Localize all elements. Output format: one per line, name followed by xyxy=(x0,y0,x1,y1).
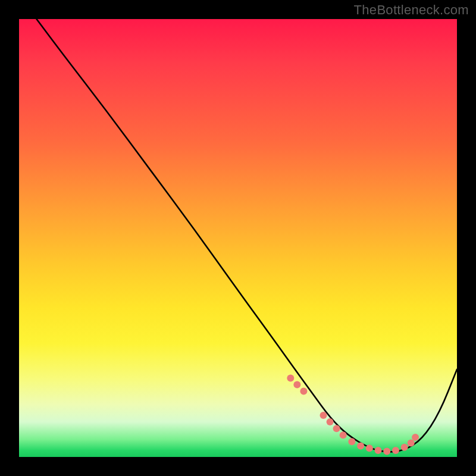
marker-dot xyxy=(366,444,373,452)
watermark-label: TheBottleneck.com xyxy=(354,2,469,18)
plot-area xyxy=(19,19,457,457)
marker-dot xyxy=(401,444,408,451)
marker-dot xyxy=(383,447,390,455)
chart-frame: TheBottleneck.com xyxy=(0,0,476,476)
marker-dot xyxy=(293,381,300,389)
marker-dot xyxy=(340,431,347,439)
marker-dot xyxy=(287,375,294,382)
marker-dot xyxy=(392,447,399,454)
marker-dot xyxy=(375,447,382,454)
bottleneck-curve xyxy=(36,19,457,452)
marker-dot xyxy=(412,434,419,441)
curve-layer xyxy=(19,19,457,457)
marker-dot xyxy=(408,439,415,446)
marker-dot xyxy=(333,425,340,432)
marker-dot xyxy=(300,388,307,395)
marker-dot xyxy=(348,438,355,445)
marker-dot xyxy=(327,418,334,425)
marker-dot xyxy=(357,443,364,450)
marker-dot xyxy=(320,412,327,419)
